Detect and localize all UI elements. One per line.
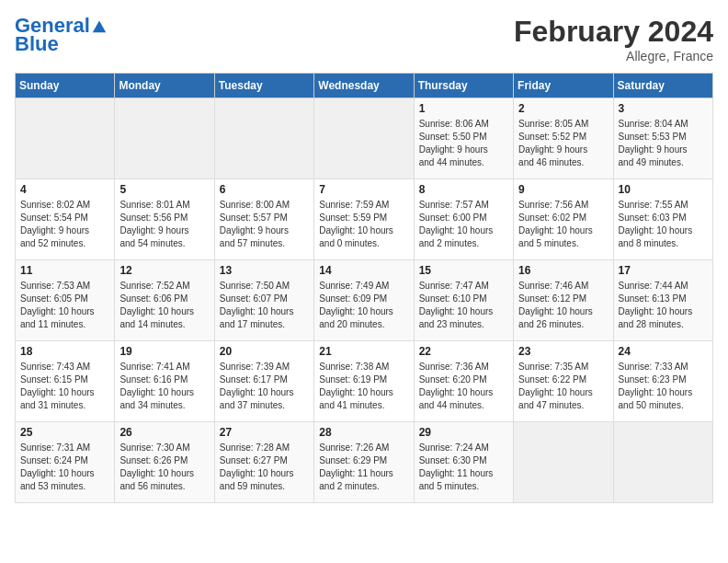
logo: General Blue [15, 15, 108, 55]
day-info: Sunrise: 7:46 AMSunset: 6:12 PMDaylight:… [518, 280, 608, 331]
day-info: Sunrise: 7:26 AMSunset: 6:29 PMDaylight:… [319, 442, 408, 493]
calendar-cell: 4Sunrise: 8:02 AMSunset: 5:54 PMDaylight… [16, 179, 115, 260]
day-number: 13 [220, 264, 309, 277]
day-number: 14 [319, 264, 408, 277]
calendar-cell: 6Sunrise: 8:00 AMSunset: 5:57 PMDaylight… [214, 179, 313, 260]
weekday-header-wednesday: Wednesday [314, 74, 414, 98]
day-info: Sunrise: 8:05 AMSunset: 5:52 PMDaylight:… [518, 118, 608, 169]
calendar-cell: 23Sunrise: 7:35 AMSunset: 6:22 PMDayligh… [514, 341, 613, 422]
calendar-week-row: 25Sunrise: 7:31 AMSunset: 6:24 PMDayligh… [16, 422, 713, 503]
day-info: Sunrise: 7:33 AMSunset: 6:23 PMDaylight:… [619, 361, 708, 412]
calendar-cell: 18Sunrise: 7:43 AMSunset: 6:15 PMDayligh… [16, 341, 115, 422]
calendar-week-row: 18Sunrise: 7:43 AMSunset: 6:15 PMDayligh… [16, 341, 713, 422]
calendar-cell: 1Sunrise: 8:06 AMSunset: 5:50 PMDaylight… [414, 98, 513, 179]
calendar-week-row: 11Sunrise: 7:53 AMSunset: 6:05 PMDayligh… [16, 260, 713, 341]
day-info: Sunrise: 7:35 AMSunset: 6:22 PMDaylight:… [518, 361, 608, 412]
month-title: February 2024 [514, 15, 713, 49]
calendar-cell: 25Sunrise: 7:31 AMSunset: 6:24 PMDayligh… [16, 422, 115, 503]
day-info: Sunrise: 7:52 AMSunset: 6:06 PMDaylight:… [119, 280, 209, 331]
day-number: 27 [220, 426, 309, 439]
day-info: Sunrise: 7:59 AMSunset: 5:59 PMDaylight:… [319, 199, 408, 250]
calendar-cell: 22Sunrise: 7:36 AMSunset: 6:20 PMDayligh… [414, 341, 513, 422]
day-info: Sunrise: 7:57 AMSunset: 6:00 PMDaylight:… [419, 199, 508, 250]
calendar-cell: 11Sunrise: 7:53 AMSunset: 6:05 PMDayligh… [16, 260, 115, 341]
calendar-cell: 9Sunrise: 7:56 AMSunset: 6:02 PMDaylight… [514, 179, 613, 260]
day-number: 16 [518, 264, 608, 277]
day-number: 6 [220, 183, 309, 196]
calendar-cell: 27Sunrise: 7:28 AMSunset: 6:27 PMDayligh… [214, 422, 313, 503]
day-number: 26 [119, 426, 209, 439]
day-number: 9 [518, 183, 608, 196]
day-number: 2 [518, 102, 608, 115]
weekday-header-sunday: Sunday [16, 74, 115, 98]
day-info: Sunrise: 7:41 AMSunset: 6:16 PMDaylight:… [119, 361, 209, 412]
weekday-header-row: SundayMondayTuesdayWednesdayThursdayFrid… [16, 74, 713, 98]
calendar-cell [214, 98, 313, 179]
calendar-cell: 3Sunrise: 8:04 AMSunset: 5:53 PMDaylight… [613, 98, 712, 179]
day-info: Sunrise: 7:36 AMSunset: 6:20 PMDaylight:… [419, 361, 508, 412]
day-number: 4 [20, 183, 109, 196]
calendar-cell: 15Sunrise: 7:47 AMSunset: 6:10 PMDayligh… [414, 260, 513, 341]
day-number: 21 [319, 345, 408, 358]
calendar-cell: 7Sunrise: 7:59 AMSunset: 5:59 PMDaylight… [314, 179, 414, 260]
day-number: 10 [619, 183, 708, 196]
calendar-cell: 28Sunrise: 7:26 AMSunset: 6:29 PMDayligh… [314, 422, 414, 503]
day-number: 24 [619, 345, 708, 358]
day-info: Sunrise: 7:50 AMSunset: 6:07 PMDaylight:… [220, 280, 309, 331]
calendar-cell: 26Sunrise: 7:30 AMSunset: 6:26 PMDayligh… [115, 422, 214, 503]
day-number: 29 [419, 426, 508, 439]
day-info: Sunrise: 7:43 AMSunset: 6:15 PMDaylight:… [20, 361, 109, 412]
calendar-cell: 29Sunrise: 7:24 AMSunset: 6:30 PMDayligh… [414, 422, 513, 503]
page-header: General Blue February 2024 Allegre, Fran… [15, 15, 713, 63]
day-number: 20 [220, 345, 309, 358]
calendar-cell: 5Sunrise: 8:01 AMSunset: 5:56 PMDaylight… [115, 179, 214, 260]
calendar-cell: 20Sunrise: 7:39 AMSunset: 6:17 PMDayligh… [214, 341, 313, 422]
day-info: Sunrise: 7:44 AMSunset: 6:13 PMDaylight:… [619, 280, 708, 331]
weekday-header-thursday: Thursday [414, 74, 513, 98]
day-info: Sunrise: 7:38 AMSunset: 6:19 PMDaylight:… [319, 361, 408, 412]
day-info: Sunrise: 7:24 AMSunset: 6:30 PMDaylight:… [419, 442, 508, 493]
day-info: Sunrise: 8:02 AMSunset: 5:54 PMDaylight:… [20, 199, 109, 250]
weekday-header-friday: Friday [514, 74, 613, 98]
calendar-cell [314, 98, 414, 179]
calendar-cell: 2Sunrise: 8:05 AMSunset: 5:52 PMDaylight… [514, 98, 613, 179]
calendar-cell: 24Sunrise: 7:33 AMSunset: 6:23 PMDayligh… [613, 341, 712, 422]
calendar-table: SundayMondayTuesdayWednesdayThursdayFrid… [15, 73, 713, 503]
day-info: Sunrise: 7:31 AMSunset: 6:24 PMDaylight:… [20, 442, 109, 493]
calendar-cell: 21Sunrise: 7:38 AMSunset: 6:19 PMDayligh… [314, 341, 414, 422]
day-number: 17 [619, 264, 708, 277]
calendar-cell: 14Sunrise: 7:49 AMSunset: 6:09 PMDayligh… [314, 260, 414, 341]
weekday-header-monday: Monday [115, 74, 214, 98]
day-number: 18 [20, 345, 109, 358]
day-info: Sunrise: 7:55 AMSunset: 6:03 PMDaylight:… [619, 199, 708, 250]
day-number: 5 [119, 183, 209, 196]
calendar-cell [115, 98, 214, 179]
calendar-cell: 8Sunrise: 7:57 AMSunset: 6:00 PMDaylight… [414, 179, 513, 260]
calendar-cell [514, 422, 613, 503]
day-number: 7 [319, 183, 408, 196]
calendar-cell: 10Sunrise: 7:55 AMSunset: 6:03 PMDayligh… [613, 179, 712, 260]
weekday-header-saturday: Saturday [613, 74, 712, 98]
title-block: February 2024 Allegre, France [514, 15, 713, 63]
day-info: Sunrise: 7:49 AMSunset: 6:09 PMDaylight:… [319, 280, 408, 331]
weekday-header-tuesday: Tuesday [214, 74, 313, 98]
day-number: 11 [20, 264, 109, 277]
calendar-cell: 16Sunrise: 7:46 AMSunset: 6:12 PMDayligh… [514, 260, 613, 341]
logo-icon [91, 17, 108, 34]
calendar-week-row: 4Sunrise: 8:02 AMSunset: 5:54 PMDaylight… [16, 179, 713, 260]
day-info: Sunrise: 7:39 AMSunset: 6:17 PMDaylight:… [220, 361, 309, 412]
day-number: 22 [419, 345, 508, 358]
day-info: Sunrise: 7:30 AMSunset: 6:26 PMDaylight:… [119, 442, 209, 493]
day-number: 1 [419, 102, 508, 115]
day-info: Sunrise: 8:06 AMSunset: 5:50 PMDaylight:… [419, 118, 508, 169]
day-number: 15 [419, 264, 508, 277]
calendar-cell: 19Sunrise: 7:41 AMSunset: 6:16 PMDayligh… [115, 341, 214, 422]
svg-marker-0 [93, 21, 106, 33]
day-info: Sunrise: 8:04 AMSunset: 5:53 PMDaylight:… [619, 118, 708, 169]
calendar-cell: 12Sunrise: 7:52 AMSunset: 6:06 PMDayligh… [115, 260, 214, 341]
location-subtitle: Allegre, France [514, 49, 713, 63]
day-info: Sunrise: 8:00 AMSunset: 5:57 PMDaylight:… [220, 199, 309, 250]
day-number: 3 [619, 102, 708, 115]
day-number: 19 [119, 345, 209, 358]
day-info: Sunrise: 7:47 AMSunset: 6:10 PMDaylight:… [419, 280, 508, 331]
